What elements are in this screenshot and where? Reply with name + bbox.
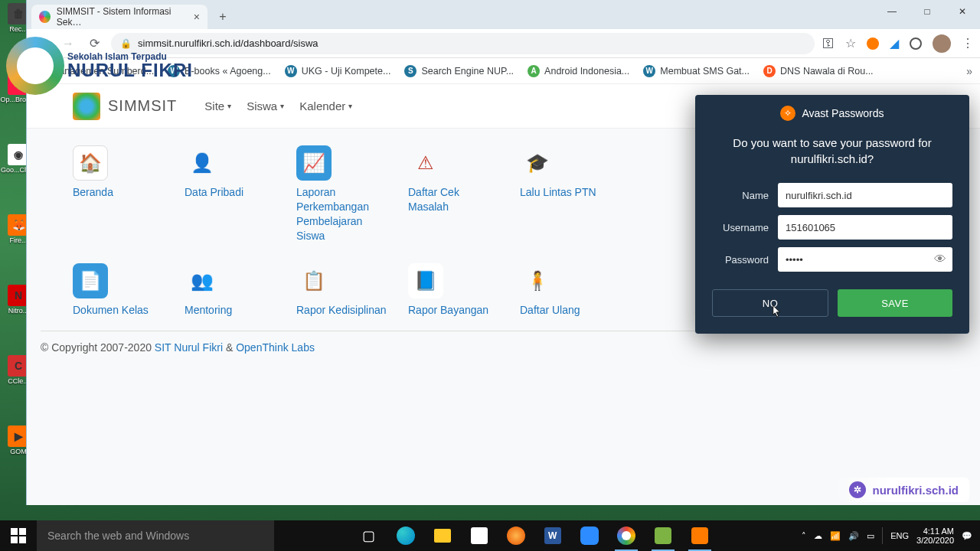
key-icon[interactable]: ⚿ [822,37,835,51]
url-field[interactable]: 🔒 simmsit.nurulfikri.sch.id/dashboard/si… [111,33,815,54]
avast-title: Avast Passwords [802,107,884,119]
tile-icon: 📘 [408,263,443,298]
favicon-icon [39,11,51,23]
avast-extension-icon[interactable] [867,37,879,50]
tray-language[interactable]: ENG [890,531,909,540]
taskbar-zoom[interactable] [573,520,606,551]
taskbar-apps: ▢ W [274,520,794,551]
dashboard-tile[interactable]: 📄Dokumen Kelas [73,263,165,318]
taskbar-word[interactable]: W [537,520,569,551]
browser-tab[interactable]: SIMMSIT - Sistem Informasi Sek… × [31,5,207,29]
tray-network-icon[interactable]: 📶 [830,531,841,541]
taskbar-chrome[interactable] [610,520,642,551]
name-input[interactable] [778,183,952,207]
dashboard-tiles: 🏠Beranda👤Data Pribadi📈Laporan Perkembang… [27,129,693,334]
tray-chevron-icon[interactable]: ˄ [802,531,806,541]
taskbar-store[interactable] [463,520,495,551]
dashboard-tile[interactable]: 📘Rapor Bayangan [408,263,500,318]
star-icon[interactable]: ☆ [845,36,856,51]
reveal-password-icon[interactable]: 👁 [934,253,946,266]
tile-label: Daftar Ulang [520,303,580,318]
save-button[interactable]: SAVE [838,289,952,317]
new-tab-button[interactable]: + [215,9,230,24]
tray-volume-icon[interactable]: 🔊 [848,531,859,541]
taskbar-explorer[interactable] [426,520,459,551]
footer-link-sit[interactable]: SIT Nurul Fikri [155,341,223,354]
brand-logo-icon [73,93,100,120]
taskbar-edge[interactable] [390,520,422,551]
tile-label: Daftar Cek Masalah [408,185,500,214]
video-watermark: ✲ nurulfikri.sch.id [838,478,969,502]
taskbar-search[interactable]: Search the web and Windows [37,520,274,551]
dashboard-tile[interactable]: 🏠Beranda [73,145,165,243]
bookmarks-overflow-icon[interactable]: » [966,65,972,77]
tile-icon: 📋 [296,263,332,298]
tile-icon: 👤 [185,145,220,181]
profile-avatar[interactable] [933,34,951,53]
windows-logo-icon [11,528,26,543]
dashboard-tile[interactable]: 👤Data Pribadi [185,145,276,243]
no-button[interactable]: NO [712,289,828,317]
avast-row-password: Password 👁 [695,243,969,276]
close-window-button[interactable]: ✕ [945,0,980,23]
watermark-icon: ✲ [849,481,866,498]
tile-icon: 🏠 [73,145,108,181]
extension-icon-2[interactable] [910,37,922,50]
dashboard-tile[interactable]: 👥Mentoring [185,263,276,318]
tray-clock[interactable]: 4:11 AM 3/20/2020 [916,527,954,545]
avast-logo-icon: ✧ [780,106,795,121]
chrome-titlebar: SIMMSIT - Sistem Informasi Sek… × + — □ … [27,0,980,29]
chrome-menu-icon[interactable]: ⋮ [962,36,974,51]
tile-label: Mentoring [185,303,232,318]
school-logo-icon [6,37,64,95]
tile-icon: 🎓 [520,145,555,181]
nav-siswa[interactable]: Siswa▾ [247,99,284,112]
dashboard-tile[interactable]: ⚠Daftar Cek Masalah [408,145,500,243]
dashboard-tile[interactable]: 📈Laporan Perkembangan Pembelajaran Siswa [296,145,388,243]
name-label: Name [712,190,769,201]
dashboard-tile[interactable]: 🧍Daftar Ulang [520,263,612,318]
bookmark-favicon-icon: S [404,65,416,77]
bookmark-item[interactable]: WMembuat SMS Gat... [643,65,750,77]
bookmark-item[interactable]: DDNS Nawala di Rou... [763,65,874,77]
tile-label: Laporan Perkembangan Pembelajaran Siswa [296,185,388,243]
dashboard-tile[interactable]: 📋Rapor Kedisiplinan [296,263,388,318]
taskbar-firefox[interactable] [500,520,532,551]
bookmark-item[interactable]: AAndroid Indonesia... [528,65,629,77]
tile-icon: 📈 [296,145,332,181]
tray-battery-icon[interactable]: ▭ [867,531,874,541]
bookmark-item[interactable]: WUKG - Uji Kompete... [285,65,391,77]
maximize-button[interactable]: □ [910,0,945,23]
taskbar-recorder[interactable] [684,520,716,551]
dashboard-tile[interactable]: 🎓Lalu Lintas PTN [520,145,612,243]
task-view-button[interactable]: ▢ [353,520,385,551]
school-header-overlay: Sekolah Islam Terpadu NURUL FIKRI [6,37,193,95]
tile-label: Rapor Bayangan [408,303,488,318]
bookmark-favicon-icon: W [285,65,297,77]
start-button[interactable] [0,520,37,551]
extension-icon[interactable]: ◢ [890,36,899,51]
avast-passwords-popup: ✧ Avast Passwords Do you want to save yo… [695,95,969,334]
tile-icon: 📄 [73,263,108,298]
tile-label: Rapor Kedisiplinan [296,303,387,318]
tile-label: Lalu Lintas PTN [520,185,596,200]
taskbar: Search the web and Windows ▢ W ˄ ☁ 📶 🔊 ▭… [0,520,980,551]
brand[interactable]: SIMMSIT [73,93,177,120]
bookmark-item[interactable]: SSearch Engine NUP... [404,65,514,77]
close-tab-icon[interactable]: × [194,11,200,23]
taskbar-camtasia[interactable] [647,520,679,551]
password-input[interactable] [778,247,952,272]
avast-row-name: Name [695,179,969,211]
username-input[interactable] [778,215,952,240]
tray-onedrive-icon[interactable]: ☁ [814,531,822,541]
minimize-button[interactable]: — [874,0,910,23]
school-title: NURUL FIKRI [67,61,193,80]
tray-notifications-icon[interactable]: 💬 [962,531,972,541]
nav-site[interactable]: Site▾ [204,99,231,112]
tab-title: SIMMSIT - Sistem Informasi Sek… [57,6,188,28]
tile-label: Beranda [73,185,113,200]
nav-kalender[interactable]: Kalender▾ [299,99,352,112]
footer-link-otl[interactable]: OpenThink Labs [236,341,315,354]
address-actions: ⚿ ☆ ◢ ⋮ [822,34,974,53]
bookmark-favicon-icon: W [643,65,655,77]
